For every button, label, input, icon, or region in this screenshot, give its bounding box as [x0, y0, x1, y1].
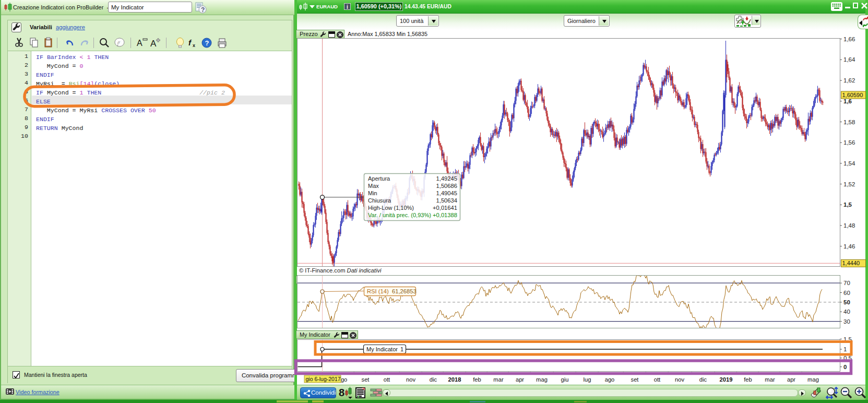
- svg-text:70: 70: [843, 280, 850, 286]
- svg-text:1,50634: 1,50634: [436, 197, 457, 204]
- svg-text:RSI (14): RSI (14): [367, 288, 389, 294]
- svg-text:1,4440: 1,4440: [842, 260, 860, 266]
- svg-text:1: 1: [400, 346, 403, 352]
- svg-text:gio 6-lug-2017: gio 6-lug-2017: [306, 376, 341, 382]
- svg-text:Var. / unità prec. (0,93%): Var. / unità prec. (0,93%): [368, 212, 431, 218]
- svg-text:nov: nov: [675, 376, 684, 383]
- svg-text:dic: dic: [430, 376, 437, 383]
- svg-text:30: 30: [843, 318, 850, 325]
- svg-text:1,49045: 1,49045: [436, 190, 457, 196]
- svg-text:Apertura: Apertura: [368, 175, 390, 182]
- svg-text:nov: nov: [406, 376, 415, 383]
- svg-text:+0,01641: +0,01641: [433, 205, 457, 211]
- svg-text:My Indicator: My Indicator: [366, 346, 398, 352]
- svg-text:ott: ott: [384, 376, 390, 383]
- svg-text:1,50686: 1,50686: [436, 183, 457, 189]
- svg-text:Max: Max: [368, 183, 379, 189]
- svg-text:lug: lug: [584, 376, 591, 383]
- svg-text:feb: feb: [744, 376, 752, 383]
- svg-text:1,64: 1,64: [843, 56, 855, 63]
- svg-text:1,60590: 1,60590: [842, 92, 863, 98]
- svg-text:feb: feb: [473, 376, 481, 383]
- svg-text:1,56: 1,56: [843, 139, 855, 146]
- svg-text:1,49245: 1,49245: [436, 175, 457, 182]
- svg-text:1,46: 1,46: [843, 243, 855, 250]
- svg-text:1,58: 1,58: [843, 119, 855, 125]
- svg-text:© IT-Finance.com Dati indicat: © IT-Finance.com Dati indicativi: [299, 267, 382, 274]
- svg-text:set: set: [362, 376, 370, 383]
- svg-text:0: 0: [843, 364, 847, 370]
- svg-text:set: set: [631, 376, 639, 383]
- svg-text:Min: Min: [368, 190, 377, 196]
- svg-text:1,48: 1,48: [843, 222, 855, 229]
- svg-text:ott: ott: [654, 376, 661, 383]
- svg-text:2019: 2019: [720, 376, 733, 383]
- svg-text:mag: mag: [536, 376, 548, 383]
- svg-text:giu: giu: [561, 376, 569, 383]
- svg-text:mag: mag: [807, 376, 819, 383]
- svg-text:+0,01388: +0,01388: [433, 212, 457, 218]
- svg-text:40: 40: [843, 309, 850, 315]
- svg-text:1,52: 1,52: [843, 181, 855, 187]
- svg-text:50: 50: [843, 299, 850, 305]
- svg-text:mar: mar: [493, 376, 504, 383]
- svg-text:Anno:Max 1,65833 Min 1,56835: Anno:Max 1,65833 Min 1,56835: [348, 31, 427, 37]
- svg-text:1,66: 1,66: [843, 36, 855, 42]
- svg-text:mar: mar: [765, 376, 775, 383]
- svg-text:1,54: 1,54: [843, 160, 855, 167]
- svg-text:Chiusura: Chiusura: [368, 197, 391, 204]
- svg-text:apr: apr: [787, 376, 795, 383]
- svg-text:High-Low (1,10%): High-Low (1,10%): [368, 205, 414, 211]
- svg-text:1,5: 1,5: [843, 202, 852, 208]
- svg-text:apr: apr: [516, 376, 524, 383]
- svg-text:1,6: 1,6: [843, 98, 852, 104]
- svg-text:60: 60: [843, 290, 850, 296]
- svg-text:1,62: 1,62: [843, 77, 855, 84]
- svg-text:ago: ago: [605, 376, 615, 383]
- svg-text:1: 1: [843, 346, 847, 352]
- svg-text:dic: dic: [699, 376, 707, 383]
- svg-text:61,26853: 61,26853: [392, 288, 417, 294]
- svg-text:2018: 2018: [448, 376, 461, 383]
